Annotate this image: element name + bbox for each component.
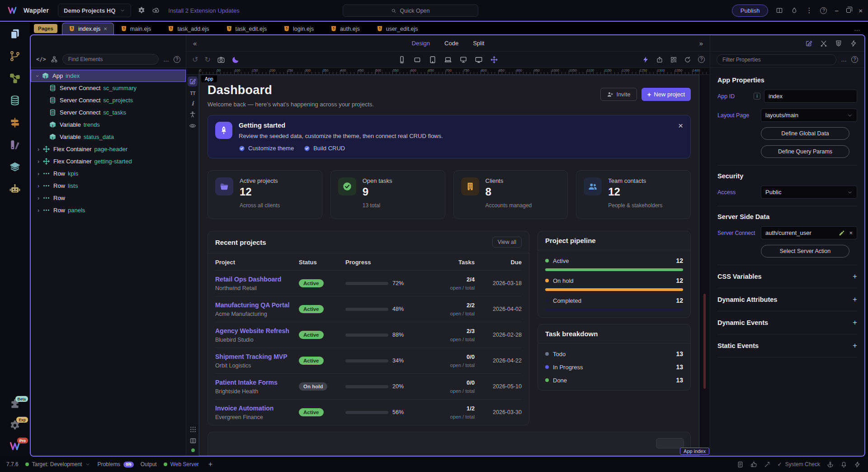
project-link[interactable]: Retail Ops Dashboard: [215, 276, 299, 283]
device-small-tablet-icon[interactable]: [413, 56, 421, 64]
banner-link[interactable]: Build CRUD: [304, 145, 345, 152]
banner-link[interactable]: Customize theme: [239, 145, 294, 152]
more-options-icon[interactable]: …: [163, 56, 169, 63]
file-tab[interactable]: 5 task_edit.ejs: [219, 23, 277, 34]
expand-plus-icon[interactable]: +: [853, 341, 857, 350]
device-phone-icon[interactable]: [398, 56, 406, 64]
file-tab[interactable]: 5 user_edit.ejs: [370, 23, 428, 34]
project-link[interactable]: Patient Intake Forms: [215, 379, 299, 386]
project-selector[interactable]: Demo Projects HQ: [58, 4, 131, 17]
new-project-button[interactable]: + New project: [642, 88, 691, 101]
responsive-resize-icon[interactable]: [490, 56, 498, 64]
device-tv-icon[interactable]: [475, 56, 483, 64]
rail-button[interactable]: [7, 117, 23, 129]
design-tools-icon[interactable]: [820, 40, 827, 47]
magic-wand-icon[interactable]: [764, 461, 771, 468]
tree-item[interactable]: Row kpis: [31, 167, 186, 180]
tree-chevron-icon[interactable]: [35, 195, 42, 201]
rail-button[interactable]: Beta: [7, 399, 23, 411]
rail-button[interactable]: [7, 139, 23, 152]
rail-button[interactable]: [7, 161, 23, 174]
refresh-icon[interactable]: [684, 56, 691, 63]
edit-pencil-icon[interactable]: [839, 230, 845, 236]
info-icon[interactable]: i: [192, 100, 194, 107]
cloud-update-icon[interactable]: [152, 6, 160, 14]
rail-button[interactable]: Exp: [7, 420, 23, 432]
log-icon[interactable]: [737, 461, 744, 468]
tree-item[interactable]: Variable status_data: [31, 131, 186, 143]
open-in-browser-icon[interactable]: [656, 56, 663, 63]
accessibility-icon[interactable]: [189, 111, 196, 118]
rail-button[interactable]: [7, 50, 23, 63]
define-query-params-button[interactable]: Define Query Params: [761, 145, 849, 158]
undo-icon[interactable]: ↺: [192, 55, 198, 64]
project-link[interactable]: Invoice Automation: [215, 405, 299, 412]
find-elements-input[interactable]: [62, 54, 159, 65]
help-icon[interactable]: ?: [851, 56, 858, 63]
tree-item[interactable]: Variable trends: [31, 119, 186, 131]
close-icon[interactable]: ×: [678, 121, 683, 131]
collapse-left-icon[interactable]: «: [187, 39, 203, 47]
screenshot-camera-icon[interactable]: [217, 56, 225, 64]
expand-plus-icon[interactable]: +: [853, 318, 857, 327]
tree-item[interactable]: Row panels: [31, 204, 186, 216]
define-global-data-button[interactable]: Define Global Data: [761, 127, 849, 140]
help-icon[interactable]: ?: [174, 56, 180, 63]
file-tab[interactable]: 5 auth.ejs: [324, 23, 370, 34]
rail-button[interactable]: [7, 72, 23, 85]
system-check[interactable]: ✓ System Check: [778, 461, 820, 467]
device-desktop-icon[interactable]: [459, 56, 467, 64]
components-grid-icon[interactable]: [670, 56, 677, 63]
events-bolt-icon[interactable]: [850, 40, 857, 47]
info-icon[interactable]: i: [754, 93, 760, 100]
tree-chevron-icon[interactable]: [35, 146, 42, 153]
cutoff-card-button[interactable]: [656, 438, 684, 448]
restore-window-button[interactable]: [846, 8, 851, 13]
rail-button[interactable]: [7, 28, 23, 41]
kebab-menu-icon[interactable]: ⋮: [806, 6, 812, 14]
tab-close-icon[interactable]: ×: [104, 25, 107, 32]
edit-mode-icon[interactable]: [188, 76, 198, 86]
tree-item[interactable]: Server Connect sc_tasks: [31, 106, 186, 119]
view-all-button[interactable]: View all: [492, 237, 522, 248]
project-link[interactable]: Manufacturing QA Portal: [215, 301, 299, 309]
tree-item[interactable]: Flex Container getting-started: [31, 155, 186, 167]
tree-chevron-icon[interactable]: [35, 207, 42, 214]
tree-chevron-icon[interactable]: [34, 73, 41, 79]
thumbs-up-icon[interactable]: [750, 461, 757, 468]
tree-item[interactable]: Flex Container page-header: [31, 143, 186, 155]
collapsed-section[interactable]: Dynamic Events +: [717, 311, 857, 334]
collapse-right-icon[interactable]: »: [693, 39, 709, 47]
edit-properties-icon[interactable]: [805, 40, 812, 47]
server-connect-field[interactable]: auth/current_user ×: [761, 226, 857, 239]
collapsed-section[interactable]: CSS Variables +: [717, 265, 857, 288]
styles-panel-icon[interactable]: [835, 40, 842, 47]
invite-button[interactable]: Invite: [600, 88, 637, 101]
tree-chevron-icon[interactable]: [35, 183, 42, 189]
pages-tab[interactable]: Pages: [34, 24, 57, 33]
file-tab[interactable]: 5 task_add.ejs: [161, 23, 219, 34]
add-panel-icon[interactable]: +: [208, 460, 212, 468]
collapsed-section[interactable]: Dynamic Attributes +: [717, 288, 857, 311]
tabs-overflow-icon[interactable]: …: [854, 25, 861, 32]
collapsed-section[interactable]: Static Events +: [717, 334, 857, 358]
events-bolt-icon[interactable]: [642, 56, 649, 63]
file-tab[interactable]: 5 main.ejs: [114, 23, 161, 34]
waffle-grid-icon[interactable]: [189, 426, 197, 433]
close-window-button[interactable]: ×: [859, 7, 863, 14]
output-tab[interactable]: Output: [141, 461, 157, 467]
layout-page-select[interactable]: layouts/main: [761, 109, 857, 122]
publish-button[interactable]: Publish: [732, 5, 769, 17]
app-id-input[interactable]: [764, 90, 857, 103]
tree-chevron-icon[interactable]: [35, 171, 42, 177]
tree-item[interactable]: Row lists: [31, 180, 186, 192]
tree-item[interactable]: App index: [31, 70, 186, 82]
settings-gear-icon[interactable]: [137, 6, 146, 14]
rail-button[interactable]: [7, 183, 23, 196]
access-select[interactable]: Public: [761, 186, 857, 199]
typography-icon[interactable]: TT: [190, 91, 195, 96]
split-view-icon[interactable]: [776, 7, 783, 14]
theme-droplet-icon[interactable]: [791, 7, 798, 14]
bell-icon[interactable]: [840, 461, 847, 468]
problems-tab[interactable]: Problems 0/6: [97, 461, 133, 467]
